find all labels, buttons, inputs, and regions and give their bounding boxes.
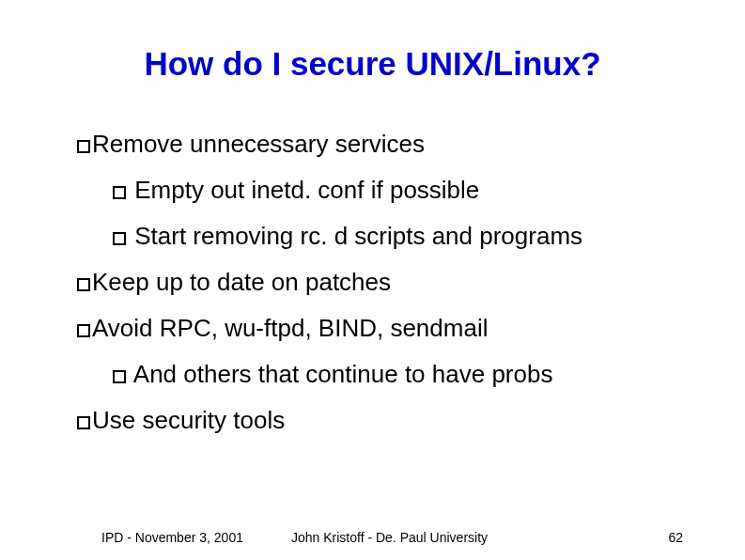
slide: How do I secure UNIX/Linux? Remove unnec… [0, 0, 745, 560]
slide-title: How do I secure UNIX/Linux? [0, 45, 745, 83]
bullet-text: Avoid RPC, wu-ftpd, BIND, sendmail [92, 314, 488, 342]
bullet-item: Keep up to date on patches [77, 270, 707, 294]
bullet-item: Remove unnecessary services [77, 132, 707, 156]
bullet-text: And others that continue to have probs [133, 360, 553, 388]
footer-right: 62 [668, 530, 683, 545]
bullet-text: Remove unnecessary services [92, 130, 425, 158]
square-bullet-icon [77, 324, 90, 337]
square-bullet-icon [113, 232, 126, 245]
bullet-text: Use security tools [92, 406, 285, 434]
footer-left: IPD - November 3, 2001 [101, 530, 243, 545]
square-bullet-icon [77, 416, 90, 429]
bullet-item: Avoid RPC, wu-ftpd, BIND, sendmail [77, 316, 707, 340]
bullet-item: Start removing rc. d scripts and program… [113, 224, 707, 248]
footer-center: John Kristoff - De. Paul University [291, 530, 488, 545]
bullet-text: Empty out inetd. conf if possible [134, 176, 479, 204]
bullet-item: And others that continue to have probs [113, 362, 707, 386]
slide-content: Remove unnecessary services Empty out in… [77, 132, 707, 454]
bullet-text: Keep up to date on patches [92, 268, 391, 296]
bullet-text: Start removing rc. d scripts and program… [134, 222, 582, 250]
square-bullet-icon [77, 140, 90, 153]
square-bullet-icon [113, 370, 126, 383]
square-bullet-icon [77, 278, 90, 291]
bullet-item: Use security tools [77, 408, 707, 432]
bullet-item: Empty out inetd. conf if possible [113, 178, 707, 202]
square-bullet-icon [113, 186, 126, 199]
